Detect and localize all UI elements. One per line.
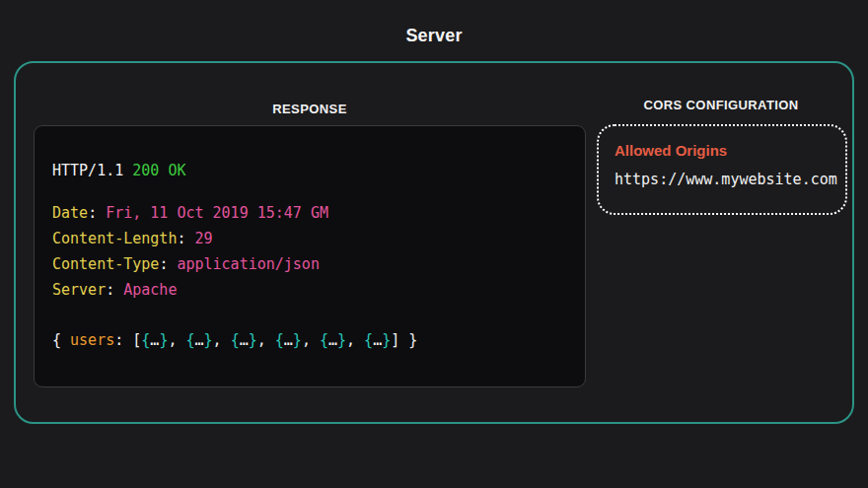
response-body-line: { users: [{…}, {…}, {…}, {…}, {…}, {…}] … xyxy=(52,327,567,353)
allowed-origins-label: Allowed Origins xyxy=(615,141,830,161)
allowed-origin-value: https://www.mywebsite.com xyxy=(615,170,830,189)
header-line: Content-Length: 29 xyxy=(52,226,567,251)
cors-config-box: Allowed Origins https://www.mywebsite.co… xyxy=(597,124,847,215)
response-code-block: HTTP/1.1 200 OK Date: Fri, 11 Oct 2019 1… xyxy=(34,125,586,387)
response-headers: Date: Fri, 11 Oct 2019 15:47 GMContent-L… xyxy=(52,200,567,303)
blank-line xyxy=(52,183,567,200)
header-line: Server: Apache xyxy=(52,277,567,303)
page-title: Server xyxy=(0,26,868,46)
header-line: Date: Fri, 11 Oct 2019 15:47 GM xyxy=(52,200,567,226)
cors-label: CORS CONFIGURATION xyxy=(592,98,850,112)
server-diagram: Server RESPONSE HTTP/1.1 200 OK Date: Fr… xyxy=(0,0,868,488)
blank-line xyxy=(52,303,567,327)
status-line: HTTP/1.1 200 OK xyxy=(52,158,567,183)
header-line: Content-Type: application/json xyxy=(52,251,567,277)
protocol-text: HTTP/1.1 xyxy=(52,162,123,179)
response-label: RESPONSE xyxy=(34,102,586,116)
status-code-text: 200 OK xyxy=(132,162,185,179)
